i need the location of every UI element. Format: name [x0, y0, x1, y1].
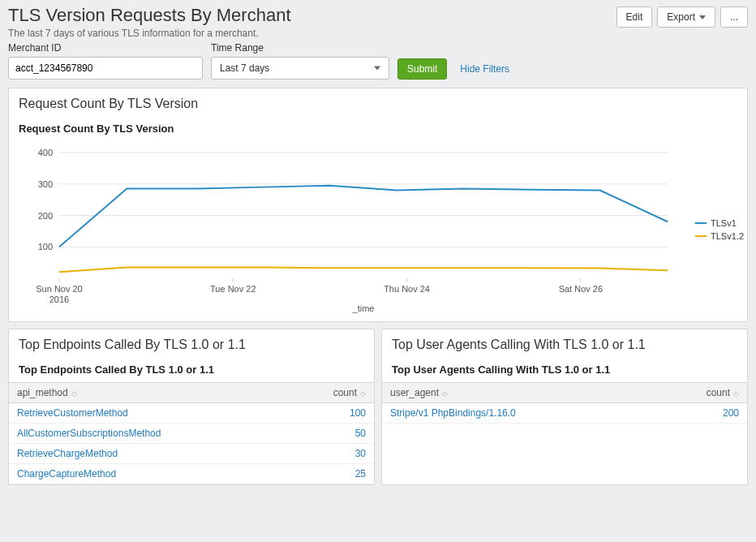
merchant-id-label: Merchant ID [8, 42, 203, 54]
api-method-link[interactable]: RetrieveChargeMethod [17, 448, 118, 459]
api-method-cell: AllCustomerSubscriptionsMethod [9, 424, 289, 444]
svg-text:100: 100 [38, 242, 53, 252]
user-agent-link[interactable]: Stripe/v1 PhpBindings/1.16.0 [390, 407, 516, 419]
more-button[interactable]: ... [720, 6, 748, 28]
endpoints-table: api_method◇ count◇ RetrieveCustomerMetho… [9, 382, 374, 484]
svg-text:2016: 2016 [49, 295, 69, 304]
svg-text:400: 400 [38, 148, 53, 157]
table-row: ChargeCaptureMethod25 [9, 464, 374, 484]
count-cell: 100 [289, 403, 374, 424]
svg-text:Tue Nov 22: Tue Nov 22 [210, 284, 256, 294]
table-row: AllCustomerSubscriptionsMethod50 [9, 424, 374, 444]
legend-item[interactable]: TLSv1.2 [695, 231, 744, 241]
header-actions: Edit Export ... [616, 6, 748, 28]
svg-text:Sat Nov 26: Sat Nov 26 [559, 284, 603, 294]
export-label: Export [667, 11, 695, 23]
col-ua-label: user_agent [390, 387, 439, 398]
export-button[interactable]: Export [657, 6, 715, 28]
chevron-down-icon [374, 67, 380, 71]
endpoints-col-count[interactable]: count◇ [289, 383, 374, 403]
svg-text:Sun Nov 20: Sun Nov 20 [36, 284, 82, 294]
count-cell: 25 [289, 464, 374, 484]
hide-filters-link[interactable]: Hide Filters [455, 58, 514, 80]
api-method-link[interactable]: ChargeCaptureMethod [17, 468, 116, 480]
useragents-col-count[interactable]: count◇ [653, 383, 747, 403]
page-subtitle: The last 7 days of various TLS informati… [8, 28, 291, 39]
time-range-select[interactable]: Last 7 days [211, 57, 389, 80]
useragents-panel: Top User Agents Calling With TLS 1.0 or … [381, 329, 748, 485]
line-chart: 100200300400Sun Nov 202016Tue Nov 22Thu … [19, 144, 732, 315]
merchant-id-group: Merchant ID [8, 42, 203, 80]
chevron-down-icon [699, 15, 706, 19]
merchant-id-input[interactable] [8, 57, 203, 80]
chart-panel: Request Count By TLS Version Request Cou… [8, 88, 748, 322]
endpoints-panel-subtitle: Top Endpoints Called By TLS 1.0 or 1.1 [9, 355, 374, 382]
col-method-label: api_method [17, 387, 68, 398]
count-cell: 200 [653, 403, 747, 424]
legend-label: TLSv1 [711, 218, 737, 228]
api-method-cell: RetrieveCustomerMethod [9, 403, 289, 424]
chart-panel-subtitle: Request Count By TLS Version [9, 114, 747, 141]
svg-text:Thu Nov 24: Thu Nov 24 [384, 284, 430, 294]
panels: Request Count By TLS Version Request Cou… [0, 88, 756, 493]
count-cell: 30 [289, 444, 374, 464]
svg-text:200: 200 [38, 211, 53, 221]
api-method-link[interactable]: RetrieveCustomerMethod [17, 407, 128, 419]
time-range-value: Last 7 days [220, 62, 269, 74]
header-left: TLS Version Requests By Merchant The las… [8, 5, 291, 39]
table-row: Stripe/v1 PhpBindings/1.16.0200 [382, 403, 747, 424]
legend-swatch [695, 222, 707, 224]
sort-icon: ◇ [71, 390, 77, 398]
chart-legend: TLSv1TLSv1.2 [695, 218, 744, 244]
useragents-table: user_agent◇ count◇ Stripe/v1 PhpBindings… [382, 382, 747, 424]
useragents-panel-title: Top User Agents Calling With TLS 1.0 or … [382, 329, 747, 355]
svg-text:300: 300 [38, 179, 53, 189]
filters-row: Merchant ID Time Range Last 7 days Submi… [0, 39, 756, 88]
sort-icon: ◇ [733, 390, 739, 398]
useragents-col-ua[interactable]: user_agent◇ [382, 383, 653, 403]
page-header: TLS Version Requests By Merchant The las… [0, 0, 756, 39]
legend-label: TLSv1.2 [711, 231, 744, 241]
sort-icon: ◇ [360, 390, 366, 398]
endpoints-panel-title: Top Endpoints Called By TLS 1.0 or 1.1 [9, 329, 374, 355]
time-range-group: Time Range Last 7 days [211, 42, 389, 80]
col-count-label: count [333, 387, 357, 398]
table-row: RetrieveChargeMethod30 [9, 444, 374, 464]
svg-text:_time: _time [352, 303, 375, 313]
edit-button[interactable]: Edit [616, 6, 653, 28]
legend-swatch [695, 235, 707, 237]
sort-icon: ◇ [442, 390, 448, 398]
bottom-row: Top Endpoints Called By TLS 1.0 or 1.1 T… [8, 329, 748, 485]
api-method-cell: RetrieveChargeMethod [9, 444, 289, 464]
submit-button[interactable]: Submit [397, 58, 447, 80]
time-range-label: Time Range [211, 42, 389, 54]
api-method-link[interactable]: AllCustomerSubscriptionsMethod [17, 428, 161, 439]
useragents-panel-subtitle: Top User Agents Calling With TLS 1.0 or … [382, 355, 747, 382]
chart-panel-title: Request Count By TLS Version [9, 88, 747, 114]
table-row: RetrieveCustomerMethod100 [9, 403, 374, 424]
legend-item[interactable]: TLSv1 [695, 218, 744, 228]
count-cell: 50 [289, 424, 374, 444]
page-title: TLS Version Requests By Merchant [8, 5, 291, 26]
endpoints-panel: Top Endpoints Called By TLS 1.0 or 1.1 T… [8, 329, 375, 485]
api-method-cell: ChargeCaptureMethod [9, 464, 289, 484]
user-agent-cell: Stripe/v1 PhpBindings/1.16.0 [382, 403, 653, 424]
chart-wrap: 100200300400Sun Nov 202016Tue Nov 22Thu … [9, 141, 747, 321]
endpoints-col-method[interactable]: api_method◇ [9, 383, 289, 403]
col-count-label: count [707, 387, 730, 398]
